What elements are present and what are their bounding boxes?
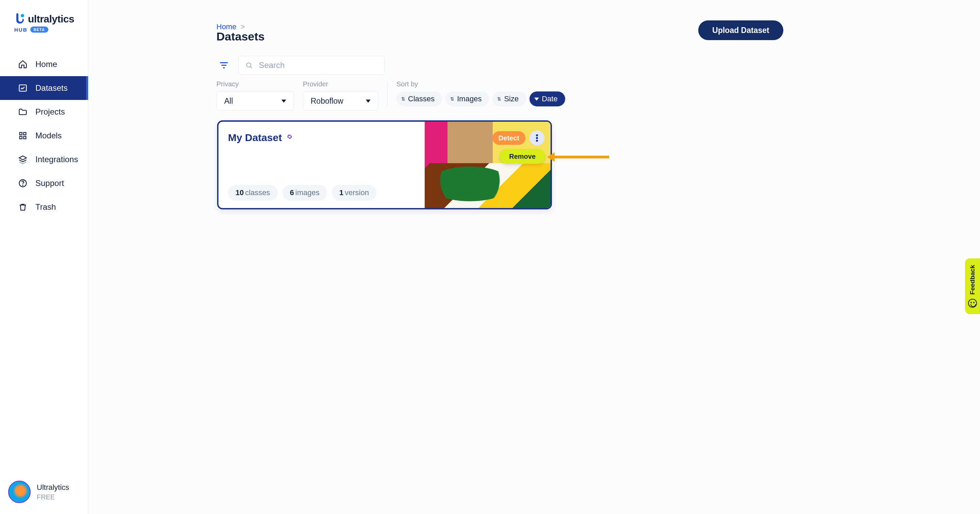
provider-label: Provider <box>303 80 379 88</box>
svg-rect-3 <box>24 133 26 135</box>
avatar <box>8 481 30 503</box>
search-box[interactable] <box>238 56 385 75</box>
privacy-label: Privacy <box>216 80 294 88</box>
svg-rect-4 <box>20 136 22 139</box>
sort-pill-label: Size <box>504 95 519 103</box>
privacy-dropdown[interactable]: All <box>216 92 294 111</box>
chevron-down-icon <box>282 100 286 103</box>
sort-label: Sort by <box>396 80 565 88</box>
external-link-icon <box>285 132 294 143</box>
sort-classes-pill[interactable]: ⇅Classes <box>396 92 442 106</box>
sidebar-item-support[interactable]: Support <box>0 171 88 195</box>
sidebar-item-projects[interactable]: Projects <box>0 100 88 124</box>
svg-point-8 <box>247 63 251 67</box>
upload-dataset-button[interactable]: Upload Dataset <box>698 21 783 40</box>
sidebar-item-trash[interactable]: Trash <box>0 195 88 219</box>
main-area: Home > Datasets Upload Dataset Privacy A… <box>89 0 980 514</box>
sidebar-item-label: Home <box>35 59 57 69</box>
svg-rect-5 <box>24 136 26 139</box>
brand-sub: HUB <box>14 27 27 33</box>
sidebar-item-label: Projects <box>35 107 65 117</box>
search-input[interactable] <box>258 60 377 70</box>
detect-badge: Detect <box>492 131 525 145</box>
sort-pill-label: Images <box>457 95 482 103</box>
dataset-card[interactable]: My Dataset 10classes 6images 1version De… <box>217 121 552 209</box>
sort-icon: ⇅ <box>401 97 405 101</box>
help-icon <box>18 178 28 188</box>
remove-menu-item[interactable]: Remove <box>500 149 545 164</box>
search-icon <box>245 61 253 69</box>
sidebar-item-label: Trash <box>35 202 56 212</box>
chevron-down-icon <box>366 100 371 103</box>
divider <box>387 82 388 108</box>
provider-value: Roboflow <box>311 97 343 106</box>
logo-mark-icon <box>14 12 25 26</box>
sort-date-pill[interactable]: Date <box>530 92 565 106</box>
svg-point-0 <box>21 14 24 17</box>
brand-name: ultralytics <box>28 13 74 25</box>
stat-classes: 10classes <box>228 185 278 201</box>
sort-pill-label: Classes <box>408 95 434 103</box>
user-meta: Ultralytics FREE <box>37 483 69 501</box>
layers-icon <box>18 154 28 165</box>
sort-images-pill[interactable]: ⇅Images <box>445 92 489 106</box>
privacy-value: All <box>224 97 233 106</box>
filter-toggle-icon[interactable] <box>215 56 233 74</box>
user-plan: FREE <box>37 493 69 501</box>
dataset-menu-button[interactable] <box>530 130 544 146</box>
folder-icon <box>18 107 28 117</box>
dataset-thumbnail: Detect Remove <box>425 122 550 208</box>
sort-icon: ⇅ <box>497 97 501 101</box>
sort-icon <box>534 98 539 101</box>
sidebar-item-datasets[interactable]: Datasets <box>0 76 88 100</box>
feedback-label: Feedback <box>969 265 976 295</box>
smile-icon <box>968 299 977 308</box>
user-name: Ultralytics <box>37 483 69 492</box>
sidebar-nav: Home Datasets Projects Models Integratio… <box>0 52 88 219</box>
dataset-name: My Dataset <box>228 132 282 143</box>
stat-versions: 1version <box>332 185 376 201</box>
datasets-icon <box>18 83 28 93</box>
user-footer[interactable]: Ultralytics FREE <box>0 481 88 503</box>
svg-point-7 <box>22 185 23 185</box>
kebab-icon <box>536 134 538 142</box>
sidebar-item-label: Integrations <box>35 155 78 164</box>
provider-dropdown[interactable]: Roboflow <box>303 92 379 111</box>
sidebar-item-label: Support <box>35 178 64 188</box>
trash-icon <box>18 202 28 212</box>
feedback-tab[interactable]: Feedback <box>965 259 980 314</box>
sort-pill-label: Date <box>542 95 557 103</box>
home-icon <box>18 59 28 69</box>
sidebar-item-home[interactable]: Home <box>0 52 88 76</box>
sidebar-item-integrations[interactable]: Integrations <box>0 148 88 171</box>
sort-icon: ⇅ <box>450 97 454 101</box>
sidebar-item-models[interactable]: Models <box>0 124 88 148</box>
models-icon <box>18 130 28 141</box>
brand-logo: ultralytics HUB BETA <box>0 0 88 39</box>
beta-badge: BETA <box>30 27 48 33</box>
svg-rect-1 <box>19 85 27 92</box>
annotation-arrow <box>551 153 609 161</box>
page-title: Datasets <box>216 30 265 43</box>
sidebar-item-label: Models <box>35 131 62 140</box>
stat-images: 6images <box>282 185 327 201</box>
sidebar-item-label: Datasets <box>35 83 68 93</box>
svg-rect-2 <box>20 133 22 135</box>
sidebar: ultralytics HUB BETA Home Datasets Proje… <box>0 0 89 514</box>
sort-size-pill[interactable]: ⇅Size <box>492 92 526 106</box>
